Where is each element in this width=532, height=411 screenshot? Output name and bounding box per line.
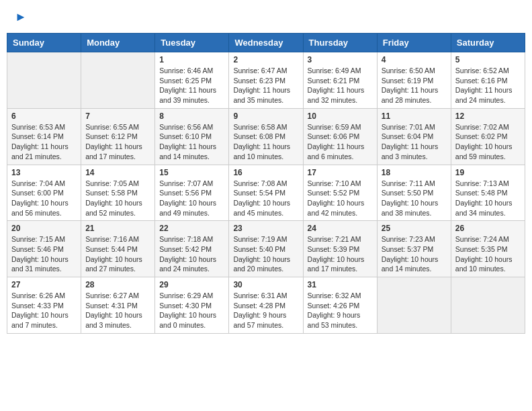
calendar-cell: 25Sunrise: 7:23 AMSunset: 5:37 PMDayligh… [377,221,451,277]
day-number: 28 [85,280,150,289]
calendar-cell: 5Sunrise: 6:52 AMSunset: 6:16 PMDaylight… [451,52,525,109]
day-info: Sunrise: 7:02 AMSunset: 6:02 PMDaylight:… [455,122,521,162]
weekday-header-sunday: Sunday [7,34,81,52]
calendar-cell: 24Sunrise: 7:21 AMSunset: 5:39 PMDayligh… [303,221,377,277]
day-number: 8 [159,111,224,121]
day-info: Sunrise: 6:47 AMSunset: 6:23 PMDaylight:… [233,66,298,105]
day-info: Sunrise: 6:49 AMSunset: 6:21 PMDaylight:… [308,66,373,105]
day-info: Sunrise: 6:56 AMSunset: 6:10 PMDaylight:… [159,122,224,162]
day-info: Sunrise: 7:04 AMSunset: 6:00 PMDaylight:… [11,179,77,218]
calendar-cell: 11Sunrise: 7:01 AMSunset: 6:04 PMDayligh… [377,108,451,165]
day-number: 18 [382,168,447,177]
calendar-cell [377,277,451,334]
calendar-cell: 14Sunrise: 7:05 AMSunset: 5:58 PMDayligh… [81,165,155,221]
day-number: 1 [159,55,224,64]
calendar-cell: 1Sunrise: 6:46 AMSunset: 6:25 PMDaylight… [155,52,229,109]
day-info: Sunrise: 6:53 AMSunset: 6:14 PMDaylight:… [11,122,77,162]
page-header: ► [7,7,525,28]
calendar-cell: 8Sunrise: 6:56 AMSunset: 6:10 PMDaylight… [155,108,229,165]
day-number: 31 [308,280,373,289]
day-info: Sunrise: 6:29 AMSunset: 4:30 PMDaylight:… [159,291,224,330]
day-info: Sunrise: 7:07 AMSunset: 5:56 PMDaylight:… [159,179,224,218]
day-info: Sunrise: 7:08 AMSunset: 5:54 PMDaylight:… [233,179,298,218]
day-number: 16 [233,168,298,177]
day-info: Sunrise: 6:50 AMSunset: 6:19 PMDaylight:… [382,66,447,105]
day-number: 24 [308,224,373,233]
calendar-cell: 13Sunrise: 7:04 AMSunset: 6:00 PMDayligh… [7,165,81,221]
day-number: 10 [308,111,373,121]
day-number: 7 [85,111,150,121]
day-number: 4 [382,55,447,64]
day-info: Sunrise: 6:58 AMSunset: 6:08 PMDaylight:… [233,122,298,162]
day-number: 20 [11,224,77,233]
day-number: 17 [308,168,373,177]
weekday-header-friday: Friday [377,34,451,52]
calendar-cell: 15Sunrise: 7:07 AMSunset: 5:56 PMDayligh… [155,165,229,221]
day-number: 13 [11,168,77,177]
calendar-cell: 20Sunrise: 7:15 AMSunset: 5:46 PMDayligh… [7,221,81,277]
day-number: 26 [455,224,521,233]
logo: ► [13,10,27,24]
day-number: 22 [159,224,224,233]
calendar-cell: 19Sunrise: 7:13 AMSunset: 5:48 PMDayligh… [451,165,525,221]
day-info: Sunrise: 7:15 AMSunset: 5:46 PMDaylight:… [11,234,77,274]
day-info: Sunrise: 7:10 AMSunset: 5:52 PMDaylight:… [308,179,373,218]
calendar-cell: 12Sunrise: 7:02 AMSunset: 6:02 PMDayligh… [451,108,525,165]
calendar-cell: 21Sunrise: 7:16 AMSunset: 5:44 PMDayligh… [81,221,155,277]
day-number: 12 [455,111,521,121]
day-number: 2 [233,55,298,64]
day-info: Sunrise: 7:21 AMSunset: 5:39 PMDaylight:… [308,234,373,274]
calendar-cell: 10Sunrise: 6:59 AMSunset: 6:06 PMDayligh… [303,108,377,165]
day-info: Sunrise: 6:32 AMSunset: 4:26 PMDaylight:… [308,291,373,330]
day-info: Sunrise: 6:31 AMSunset: 4:28 PMDaylight:… [233,291,298,330]
calendar-cell [451,277,525,334]
calendar-cell: 17Sunrise: 7:10 AMSunset: 5:52 PMDayligh… [303,165,377,221]
calendar-cell: 27Sunrise: 6:26 AMSunset: 4:33 PMDayligh… [7,277,81,334]
calendar-cell: 22Sunrise: 7:18 AMSunset: 5:42 PMDayligh… [155,221,229,277]
calendar-cell: 2Sunrise: 6:47 AMSunset: 6:23 PMDaylight… [229,52,303,109]
day-info: Sunrise: 7:24 AMSunset: 5:35 PMDaylight:… [455,234,521,274]
day-number: 14 [85,168,150,177]
calendar-cell: 16Sunrise: 7:08 AMSunset: 5:54 PMDayligh… [229,165,303,221]
day-number: 15 [159,168,224,177]
logo-bird-icon: ► [15,10,27,24]
day-number: 6 [11,111,77,121]
day-info: Sunrise: 6:27 AMSunset: 4:31 PMDaylight:… [85,291,150,330]
day-number: 19 [455,168,521,177]
day-info: Sunrise: 7:11 AMSunset: 5:50 PMDaylight:… [382,179,447,218]
calendar-cell: 28Sunrise: 6:27 AMSunset: 4:31 PMDayligh… [81,277,155,334]
calendar-cell [81,52,155,109]
day-number: 30 [233,280,298,289]
calendar-cell [7,52,81,109]
calendar-cell: 26Sunrise: 7:24 AMSunset: 5:35 PMDayligh… [451,221,525,277]
weekday-header-thursday: Thursday [303,34,377,52]
day-info: Sunrise: 7:16 AMSunset: 5:44 PMDaylight:… [85,234,150,274]
day-info: Sunrise: 7:18 AMSunset: 5:42 PMDaylight:… [159,234,224,274]
calendar-week-row: 13Sunrise: 7:04 AMSunset: 6:00 PMDayligh… [7,165,525,221]
calendar-cell: 29Sunrise: 6:29 AMSunset: 4:30 PMDayligh… [155,277,229,334]
day-number: 27 [11,280,77,289]
weekday-header-tuesday: Tuesday [155,34,229,52]
day-number: 5 [455,55,521,64]
day-info: Sunrise: 6:46 AMSunset: 6:25 PMDaylight:… [159,66,224,105]
day-number: 3 [308,55,373,64]
calendar-cell: 23Sunrise: 7:19 AMSunset: 5:40 PMDayligh… [229,221,303,277]
weekday-header-wednesday: Wednesday [229,34,303,52]
calendar-header-row: SundayMondayTuesdayWednesdayThursdayFrid… [7,34,525,52]
day-info: Sunrise: 7:05 AMSunset: 5:58 PMDaylight:… [85,179,150,218]
day-info: Sunrise: 7:01 AMSunset: 6:04 PMDaylight:… [382,122,447,162]
day-number: 29 [159,280,224,289]
day-number: 21 [85,224,150,233]
day-info: Sunrise: 6:55 AMSunset: 6:12 PMDaylight:… [85,122,150,162]
calendar-week-row: 1Sunrise: 6:46 AMSunset: 6:25 PMDaylight… [7,52,525,109]
calendar-cell: 30Sunrise: 6:31 AMSunset: 4:28 PMDayligh… [229,277,303,334]
day-info: Sunrise: 6:59 AMSunset: 6:06 PMDaylight:… [308,122,373,162]
calendar-week-row: 20Sunrise: 7:15 AMSunset: 5:46 PMDayligh… [7,221,525,277]
calendar-table: SundayMondayTuesdayWednesdayThursdayFrid… [7,33,525,334]
day-info: Sunrise: 6:52 AMSunset: 6:16 PMDaylight:… [455,66,521,105]
weekday-header-monday: Monday [81,34,155,52]
calendar-week-row: 6Sunrise: 6:53 AMSunset: 6:14 PMDaylight… [7,108,525,165]
day-number: 9 [233,111,298,121]
calendar-cell: 6Sunrise: 6:53 AMSunset: 6:14 PMDaylight… [7,108,81,165]
day-number: 23 [233,224,298,233]
